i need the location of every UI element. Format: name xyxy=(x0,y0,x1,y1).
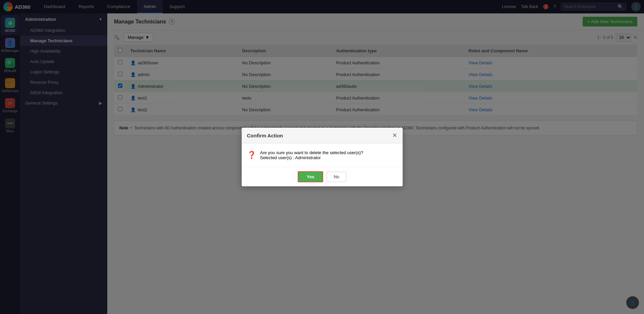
modal-overlay: Confirm Action ✕ ❓ Are you sure you want… xyxy=(0,0,644,13)
